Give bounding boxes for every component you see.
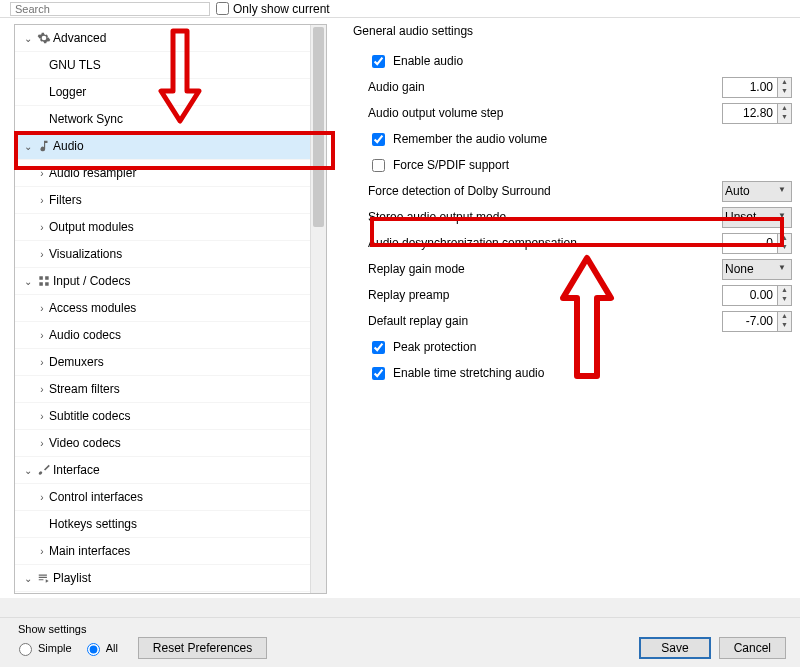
spin-up-icon[interactable]: ▲ (778, 78, 791, 88)
tree-label: Filters (49, 193, 82, 207)
tree-item-input-codecs[interactable]: ⌄ Input / Codecs (15, 268, 326, 295)
tree-item-control-interfaces[interactable]: › Control interfaces (15, 484, 326, 511)
spin-up-icon[interactable]: ▲ (778, 286, 791, 296)
tree-item-visualizations[interactable]: › Visualizations (15, 241, 326, 268)
desync-label: Audio desynchronization compensation (353, 236, 722, 250)
tree-item-advanced[interactable]: ⌄ Advanced (15, 25, 326, 52)
volume-step-field[interactable] (723, 104, 777, 123)
only-show-current-box[interactable] (216, 2, 229, 15)
radio-all-input[interactable] (87, 643, 100, 656)
top-bar: Only show current (0, 0, 800, 18)
peak-protection-box[interactable] (372, 341, 385, 354)
time-stretch-label: Enable time stretching audio (393, 366, 544, 380)
force-dolby-value[interactable] (722, 181, 792, 202)
spin-up-icon[interactable]: ▲ (778, 234, 791, 244)
replay-preamp-field[interactable] (723, 286, 777, 305)
codec-icon (35, 274, 53, 288)
audio-gain-input[interactable]: ▲▼ (722, 77, 792, 98)
replay-preamp-input[interactable]: ▲▼ (722, 285, 792, 306)
reset-preferences-button[interactable]: Reset Preferences (138, 637, 267, 659)
radio-simple[interactable]: Simple (14, 640, 72, 656)
spin-down-icon[interactable]: ▼ (778, 295, 791, 305)
tree-item-playlist[interactable]: ⌄ Playlist (15, 565, 326, 592)
settings-tree[interactable]: ⌄ Advanced GNU TLS Logger Network Sync ⌄… (14, 24, 327, 594)
stereo-mode-select[interactable]: ▼ (722, 207, 792, 228)
tree-item-interface[interactable]: ⌄ Interface (15, 457, 326, 484)
sidebar-scrollbar[interactable] (310, 25, 326, 593)
spin-down-icon[interactable]: ▼ (778, 243, 791, 253)
default-replay-input[interactable]: ▲▼ (722, 311, 792, 332)
main-row: ⌄ Advanced GNU TLS Logger Network Sync ⌄… (0, 18, 800, 598)
chevron-down-icon: ⌄ (21, 571, 35, 585)
spin-down-icon[interactable]: ▼ (778, 113, 791, 123)
tree-item-subtitle-codecs[interactable]: › Subtitle codecs (15, 403, 326, 430)
default-replay-field[interactable] (723, 312, 777, 331)
remember-volume-checkbox[interactable]: Remember the audio volume (353, 130, 547, 149)
chevron-right-icon: › (35, 409, 49, 423)
tree-item-output-modules[interactable]: › Output modules (15, 214, 326, 241)
cancel-button[interactable]: Cancel (719, 637, 786, 659)
tree-item-demuxers[interactable]: › Demuxers (15, 349, 326, 376)
desync-field[interactable] (723, 234, 777, 253)
time-stretch-checkbox[interactable]: Enable time stretching audio (353, 364, 544, 383)
force-dolby-select[interactable]: ▼ (722, 181, 792, 202)
tree-label: Subtitle codecs (49, 409, 130, 423)
only-show-current-checkbox[interactable]: Only show current (216, 2, 330, 16)
tree-item-stream-filters[interactable]: › Stream filters (15, 376, 326, 403)
chevron-right-icon: › (35, 328, 49, 342)
desync-input[interactable]: ▲▼ (722, 233, 792, 254)
stereo-mode-value[interactable] (722, 207, 792, 228)
show-settings-group: Show settings Simple All Reset Preferenc… (14, 623, 267, 659)
tree-item-access-modules[interactable]: › Access modules (15, 295, 326, 322)
chevron-right-icon: › (35, 220, 49, 234)
replay-preamp-label: Replay preamp (353, 288, 722, 302)
search-input[interactable] (10, 2, 210, 16)
tree-item-audio-codecs[interactable]: › Audio codecs (15, 322, 326, 349)
spin-down-icon[interactable]: ▼ (778, 321, 791, 331)
audio-gain-field[interactable] (723, 78, 777, 97)
panel-title: General audio settings (353, 24, 792, 38)
tree-label: Audio codecs (49, 328, 121, 342)
tree-item-audio[interactable]: ⌄ Audio (15, 133, 326, 160)
radio-all-label: All (106, 642, 118, 654)
scrollbar-thumb[interactable] (313, 27, 324, 227)
replay-mode-select[interactable]: ▼ (722, 259, 792, 280)
spin-down-icon[interactable]: ▼ (778, 87, 791, 97)
volume-step-input[interactable]: ▲▼ (722, 103, 792, 124)
time-stretch-box[interactable] (372, 367, 385, 380)
tree-item-gnu-tls[interactable]: GNU TLS (15, 52, 326, 79)
tree-item-logger[interactable]: Logger (15, 79, 326, 106)
peak-protection-checkbox[interactable]: Peak protection (353, 338, 476, 357)
radio-simple-input[interactable] (19, 643, 32, 656)
tree-item-audio-resampler[interactable]: › Audio resampler (15, 160, 326, 187)
enable-audio-box[interactable] (372, 55, 385, 68)
tree-label: Audio resampler (49, 166, 136, 180)
chevron-down-icon: ⌄ (21, 274, 35, 288)
save-button[interactable]: Save (639, 637, 710, 659)
settings-panel: General audio settings Enable audio Audi… (335, 18, 800, 598)
force-spdif-checkbox[interactable]: Force S/PDIF support (353, 156, 509, 175)
replay-mode-value[interactable] (722, 259, 792, 280)
tree-item-filters[interactable]: › Filters (15, 187, 326, 214)
chevron-down-icon: ⌄ (21, 463, 35, 477)
peak-protection-label: Peak protection (393, 340, 476, 354)
tree-item-network-sync[interactable]: Network Sync (15, 106, 326, 133)
remember-volume-label: Remember the audio volume (393, 132, 547, 146)
tree-label: Logger (49, 85, 86, 99)
tree-item-main-interfaces[interactable]: › Main interfaces (15, 538, 326, 565)
chevron-right-icon: › (35, 490, 49, 504)
music-note-icon (35, 139, 53, 153)
tree-item-hotkeys[interactable]: Hotkeys settings (15, 511, 326, 538)
enable-audio-checkbox[interactable]: Enable audio (353, 52, 463, 71)
remember-volume-box[interactable] (372, 133, 385, 146)
tree-label: Demuxers (49, 355, 104, 369)
tree-label: Control interfaces (49, 490, 143, 504)
spin-up-icon[interactable]: ▲ (778, 104, 791, 114)
brush-icon (35, 463, 53, 477)
force-spdif-box[interactable] (372, 159, 385, 172)
tree-item-video-codecs[interactable]: › Video codecs (15, 430, 326, 457)
tree-label: Video codecs (49, 436, 121, 450)
radio-all[interactable]: All (82, 640, 118, 656)
bottom-bar: Show settings Simple All Reset Preferenc… (0, 617, 800, 667)
spin-up-icon[interactable]: ▲ (778, 312, 791, 322)
